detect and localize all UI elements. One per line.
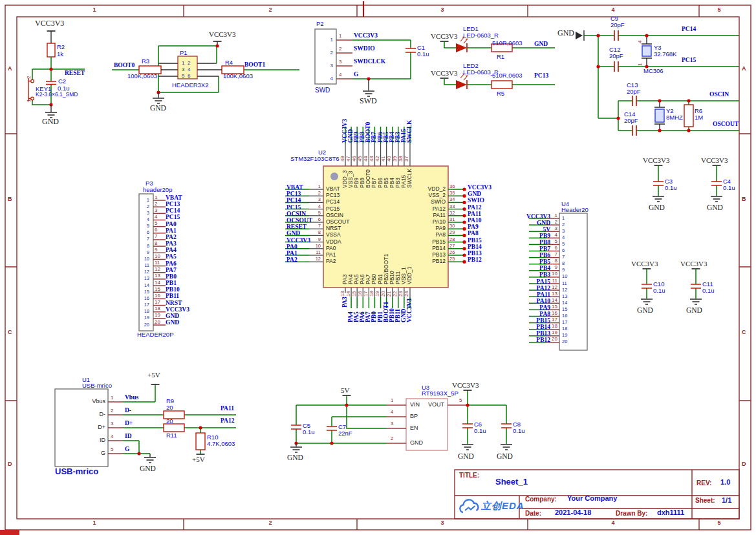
pin-index: 15 xyxy=(562,307,567,312)
pin-number: 20 xyxy=(155,320,160,325)
company-value[interactable]: Your Company xyxy=(567,495,617,502)
pin-name: PA11 xyxy=(433,213,446,218)
pin-index: 8 xyxy=(147,244,149,249)
pin-name: VSS_2 xyxy=(429,193,446,198)
pin-name: PB0 xyxy=(371,274,377,284)
pin-number: 19 xyxy=(552,330,557,335)
pin-number: 12 xyxy=(552,285,557,290)
pin-index: 10 xyxy=(562,274,567,279)
pin-number: 43 xyxy=(369,156,374,162)
net-label: PB1 xyxy=(166,280,177,287)
pin-index: 17 xyxy=(144,302,149,308)
pin-number: 16 xyxy=(358,291,363,297)
component-ref: HEADER3X2 xyxy=(172,82,209,89)
net-label: PB11 xyxy=(166,293,179,300)
p3-header[interactable] xyxy=(139,194,166,331)
drawnby-value[interactable]: dxh1111 xyxy=(657,509,684,516)
corner-marker xyxy=(0,530,19,535)
net-label: PA6 xyxy=(166,261,177,268)
pin-number: 2 xyxy=(339,47,341,52)
pin-name: PB13 xyxy=(432,252,446,258)
component-ref: LED-0603_R xyxy=(463,32,499,39)
net-label: VCC3V3 xyxy=(286,238,310,244)
crystal-y2 xyxy=(655,109,664,122)
pin-index: 3 xyxy=(562,229,565,234)
component-ref: 0.1u xyxy=(303,429,315,435)
pin-name: OSCIN xyxy=(326,213,343,218)
net-label: GND xyxy=(534,41,548,48)
component-ref: P1 xyxy=(180,50,188,56)
pin-number: 6 xyxy=(155,227,157,233)
date-value[interactable]: 2021-04-18 xyxy=(555,509,591,516)
frame-label: 3 xyxy=(440,520,444,526)
pin-number: 2 xyxy=(27,76,32,79)
power-label: GND xyxy=(707,204,723,212)
component-ref: 20pF xyxy=(627,89,641,95)
pin-index: 7 xyxy=(147,236,149,242)
pin-number: 1 xyxy=(111,395,113,401)
pin-number: 32 xyxy=(449,211,455,216)
pin-number: 47 xyxy=(346,156,351,162)
pin-number: 7 xyxy=(318,224,321,229)
pin-number: 4 xyxy=(555,233,557,238)
pin-index: 2 xyxy=(330,50,333,56)
pin-number: 14 xyxy=(552,298,557,303)
component-ref: R4 xyxy=(225,59,233,66)
pin-index: 10 xyxy=(144,257,149,262)
pin-number: 1 xyxy=(391,398,393,403)
pin-number: 4 xyxy=(111,434,113,439)
frame-label: 3 xyxy=(440,7,444,13)
net-label: ID xyxy=(125,434,132,440)
pin-number: 5 xyxy=(459,398,462,403)
pin-index: 19 xyxy=(562,333,567,338)
pin1-marker xyxy=(330,173,338,180)
component-ref: 0.1u xyxy=(474,428,486,434)
pin-number: 25 xyxy=(449,257,455,262)
pin-index: 5 6 xyxy=(182,74,190,79)
pin-number: 5 xyxy=(155,221,157,226)
pin-index: 16 xyxy=(144,296,149,301)
power-label: GND xyxy=(557,29,574,37)
component-ref: 0.1u xyxy=(723,185,735,191)
sheet-value[interactable]: 1/1 xyxy=(722,497,731,504)
pin-number: 44 xyxy=(363,156,369,162)
pin-name: PA10 xyxy=(433,219,446,225)
net-label: PB14 xyxy=(468,244,482,251)
net-label: PA0 xyxy=(286,244,297,251)
power-label: VCC3V3 xyxy=(701,157,728,164)
component-ref: R1 xyxy=(497,54,504,60)
net-label: PA7 xyxy=(166,268,177,274)
power-label: +5V xyxy=(147,372,160,379)
pin-name: NRST xyxy=(326,226,341,231)
net-label: PA11 xyxy=(221,406,234,412)
net-label: PB14 xyxy=(536,324,550,331)
pin-number: 2 xyxy=(318,191,321,196)
component-ref: R3 xyxy=(142,58,149,65)
pin-number: 18 xyxy=(552,324,557,329)
pin-number: 17 xyxy=(363,291,369,297)
net-label: 5V xyxy=(543,227,550,233)
net-label: VCC3V3 xyxy=(166,307,189,313)
power-label: SWD xyxy=(360,97,377,105)
component-ref: 100K,0603 xyxy=(127,73,157,79)
pin-index: 3 xyxy=(147,211,149,216)
pin-number: 6 xyxy=(555,246,557,251)
pin-number: 14 xyxy=(346,291,351,297)
pin-name: G xyxy=(101,450,105,456)
pin-number: 12 xyxy=(155,267,160,272)
gnd-flag-icon xyxy=(576,32,583,39)
component-ref: 510R,0603 xyxy=(492,40,522,47)
power-label: VCC3V3 xyxy=(431,33,458,40)
sheet-title[interactable]: Sheet_1 xyxy=(495,477,528,486)
net-label: OCSOUT xyxy=(286,218,312,224)
pin-number: 11 xyxy=(552,278,557,284)
pin-number: 14 xyxy=(155,280,160,286)
pin-number: 4 xyxy=(391,410,393,415)
net-label: PA3 xyxy=(342,297,349,308)
net-label: G xyxy=(125,446,129,453)
usb-connector[interactable] xyxy=(55,384,236,467)
net-label: PB12 xyxy=(468,257,482,264)
pin-name: VBAT xyxy=(326,186,340,192)
pin-name: PB1 xyxy=(378,274,383,284)
rev-value[interactable]: 1.0 xyxy=(720,479,730,486)
